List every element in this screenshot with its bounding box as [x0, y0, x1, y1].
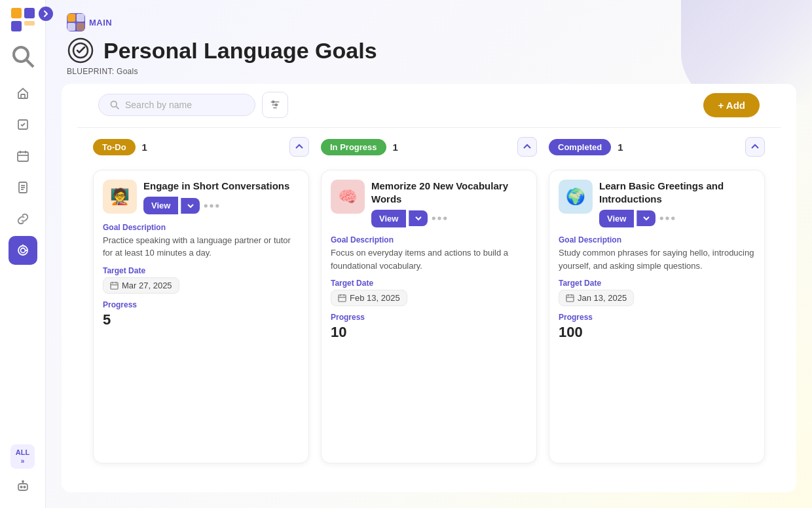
sidebar-item-tasks[interactable] — [9, 110, 37, 139]
svg-rect-28 — [77, 23, 84, 31]
card-image-emoji-card2: 🧠 — [331, 180, 365, 214]
card-title-card2: Memorize 20 New Vocabulary Words — [371, 180, 527, 205]
search-icon — [109, 100, 120, 110]
progress-value-card3: 100 — [559, 324, 755, 341]
sidebar-item-home[interactable] — [9, 79, 37, 107]
card-image-emoji-card1: 🧑‍🏫 — [103, 180, 137, 214]
svg-rect-48 — [339, 295, 346, 302]
target-date-chip-card3: Jan 13, 2025 — [559, 290, 634, 306]
view-dropdown-card1[interactable] — [181, 198, 200, 214]
svg-point-38 — [204, 204, 208, 207]
calendar-icon — [110, 281, 119, 290]
svg-point-22 — [24, 486, 25, 488]
goal-description-label-card1: Goal Description — [103, 223, 299, 232]
header: MAIN Personal Language Goals BLUEPRINT: … — [46, 0, 812, 84]
chevron-down-icon — [415, 214, 422, 222]
sidebar-expand-button[interactable] — [39, 7, 53, 21]
svg-point-45 — [432, 216, 435, 220]
column-toggle-todo[interactable] — [289, 137, 309, 157]
status-badge-todo: To-Do — [93, 139, 136, 155]
progress-label-card1: Progress — [103, 300, 299, 309]
target-date-label-card2: Target Date — [331, 279, 527, 288]
svg-line-5 — [27, 60, 33, 67]
chevron-up-icon — [750, 142, 760, 151]
sidebar-nav — [9, 79, 37, 440]
target-date-label-card3: Target Date — [559, 279, 755, 288]
chevron-right-icon: » — [21, 458, 25, 465]
filter-icon — [269, 99, 281, 111]
logo — [11, 8, 35, 34]
page-title: Personal Language Goals — [103, 38, 377, 64]
progress-label-card3: Progress — [559, 313, 755, 322]
chevron-up-icon — [523, 142, 532, 151]
breadcrumb-app-icon — [67, 13, 85, 31]
target-date-chip-card1: Mar 27, 2025 — [103, 277, 179, 294]
view-dropdown-card3[interactable] — [637, 210, 655, 226]
kanban-column-completed: Completed1 🌍 Learn Basic Greetings and I… — [549, 128, 765, 463]
card-actions-card1: View — [143, 197, 299, 215]
column-header-completed: Completed1 — [549, 128, 765, 162]
card-image-emoji-card3: 🌍 — [559, 180, 593, 214]
sidebar-all-button[interactable]: ALL » — [10, 444, 35, 469]
column-count-completed: 1 — [618, 142, 623, 153]
status-badge-inprogress: In Progress — [321, 139, 386, 155]
target-date-value-card3: Jan 13, 2025 — [578, 293, 627, 303]
target-date-label-card1: Target Date — [103, 266, 299, 275]
progress-value-card2: 10 — [331, 324, 527, 341]
sidebar-item-calendar[interactable] — [9, 142, 37, 170]
card-image-card3: 🌍 — [559, 180, 593, 214]
card-header-card2: 🧠 Memorize 20 New Vocabulary Words View — [331, 180, 527, 227]
sidebar-item-bot[interactable] — [9, 471, 37, 500]
card-title-card3: Learn Basic Greetings and Introductions — [599, 180, 755, 205]
svg-point-53 — [666, 216, 669, 220]
sidebar-bottom: ALL » — [9, 444, 37, 500]
goal-description-label-card3: Goal Description — [559, 235, 755, 244]
svg-rect-0 — [11, 8, 22, 18]
card-menu-button-card2[interactable] — [430, 209, 449, 227]
svg-point-52 — [660, 216, 663, 220]
view-dropdown-card2[interactable] — [409, 210, 428, 226]
add-button[interactable]: + Add — [703, 93, 760, 117]
svg-rect-1 — [24, 8, 35, 18]
svg-rect-6 — [21, 94, 25, 98]
page-title-row: Personal Language Goals — [67, 37, 791, 64]
goal-description-value-card2: Focus on everyday items and actions to b… — [331, 246, 527, 272]
filter-button[interactable] — [262, 92, 288, 118]
sidebar-item-docs[interactable] — [9, 173, 37, 202]
column-header-inprogress: In Progress1 — [321, 128, 537, 162]
all-label: ALL — [16, 448, 29, 456]
svg-rect-41 — [111, 282, 118, 288]
svg-rect-8 — [18, 152, 28, 161]
goal-description-value-card1: Practice speaking with a language partne… — [103, 234, 299, 260]
target-date-value-card1: Mar 27, 2025 — [122, 281, 172, 290]
card-header-card3: 🌍 Learn Basic Greetings and Introduction… — [559, 180, 755, 227]
column-toggle-completed[interactable] — [745, 137, 765, 157]
sidebar-item-goals[interactable] — [9, 236, 37, 265]
sidebar-item-links[interactable] — [9, 205, 37, 233]
view-button-card3[interactable]: View — [599, 210, 634, 227]
main-content: MAIN Personal Language Goals BLUEPRINT: … — [46, 0, 812, 508]
svg-rect-2 — [11, 21, 22, 31]
search-button[interactable] — [10, 43, 36, 69]
card-menu-button-card3[interactable] — [658, 209, 676, 227]
ellipsis-icon — [202, 197, 221, 215]
card-menu-button-card1[interactable] — [202, 197, 221, 215]
svg-point-4 — [14, 47, 28, 62]
chevron-up-icon — [295, 142, 304, 151]
svg-point-40 — [216, 204, 219, 207]
svg-point-31 — [111, 101, 117, 107]
calendar-icon — [566, 294, 574, 302]
search-placeholder: Search by name — [125, 100, 192, 110]
kanban-column-todo: To-Do1 🧑‍🏫 Engage in Short Conversations… — [93, 128, 309, 463]
page-icon — [67, 37, 94, 64]
goal-card-card2: 🧠 Memorize 20 New Vocabulary Words View — [321, 170, 537, 463]
svg-point-21 — [20, 486, 22, 488]
view-button-card1[interactable]: View — [143, 197, 178, 214]
search-box[interactable]: Search by name — [98, 94, 255, 116]
view-button-card2[interactable]: View — [371, 210, 406, 227]
calendar-icon — [338, 294, 346, 302]
goal-description-label-card2: Goal Description — [331, 235, 527, 244]
target-date-chip-card2: Feb 13, 2025 — [331, 290, 407, 306]
kanban-board: To-Do1 🧑‍🏫 Engage in Short Conversations… — [77, 128, 781, 477]
column-toggle-inprogress[interactable] — [517, 137, 537, 157]
